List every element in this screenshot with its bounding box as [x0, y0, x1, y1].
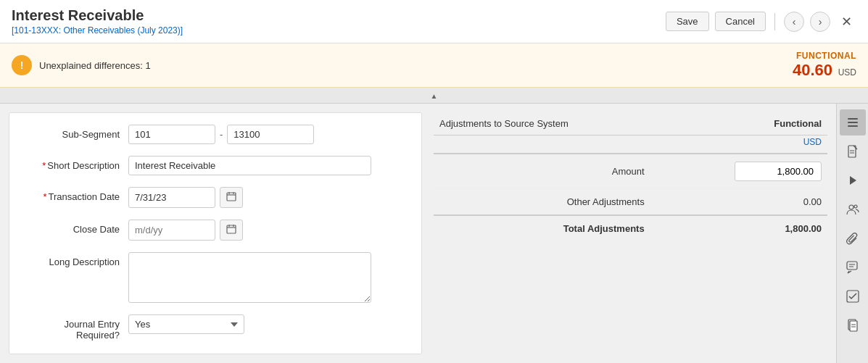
close-date-input[interactable] [128, 220, 215, 241]
calendar-icon-2 [226, 224, 236, 234]
journal-entry-select[interactable]: Yes No [128, 314, 244, 334]
short-description-field [128, 156, 404, 175]
prev-button[interactable]: ‹ [784, 12, 804, 32]
pages-icon [846, 319, 859, 332]
required-star-short-desc: * [42, 160, 46, 171]
arrow-right-icon [846, 174, 859, 187]
sidebar-clip-button[interactable] [840, 225, 866, 251]
svg-rect-10 [848, 125, 858, 127]
transaction-date-input[interactable] [128, 187, 215, 208]
calendar-icon [226, 191, 236, 201]
collapse-bar[interactable]: ▲ [0, 88, 868, 104]
transaction-date-label: *Transaction Date [27, 187, 128, 202]
checklist-icon [846, 290, 859, 303]
svg-rect-4 [227, 225, 236, 233]
functional-amount: 40.60 [793, 61, 832, 79]
subsegment-row: Sub-Segment - [27, 125, 404, 144]
next-button[interactable]: › [810, 12, 830, 32]
adj-header-label: Adjustments to Source System [434, 112, 650, 135]
people-icon [846, 203, 859, 216]
list-icon [846, 116, 859, 129]
short-description-row: *Short Description [27, 156, 404, 175]
warning-right: FUNCTIONAL 40.60 USD [793, 51, 856, 80]
adj-amount-row: Amount [434, 154, 827, 189]
transaction-date-field [128, 187, 404, 208]
adj-amount-label: Amount [434, 154, 650, 189]
main-content: Sub-Segment - *Short Description *Transa… [0, 104, 868, 363]
sidebar-check-button[interactable] [840, 283, 866, 309]
subsegment-field: - [128, 125, 404, 144]
chat-icon [846, 261, 859, 274]
long-description-label: Long Description [27, 252, 128, 267]
journal-entry-row: Journal Entry Required? Yes No [27, 314, 404, 341]
close-date-picker-button[interactable] [220, 220, 243, 241]
cancel-button[interactable]: Cancel [715, 12, 766, 31]
adj-currency-label: USD [650, 135, 827, 154]
page-subtitle: [101-13XXX: Other Receivables (July 2023… [12, 25, 183, 36]
adj-header-row: Adjustments to Source System Functional [434, 112, 827, 135]
warning-banner: ! Unexplained differences: 1 FUNCTIONAL … [0, 43, 868, 88]
doc-icon [846, 145, 859, 158]
long-description-field [128, 252, 404, 303]
page-title: Interest Receivable [12, 7, 183, 24]
journal-entry-field: Yes No [128, 314, 404, 334]
form-panel: Sub-Segment - *Short Description *Transa… [9, 112, 422, 354]
transaction-date-row: *Transaction Date [27, 187, 404, 208]
header-divider [774, 13, 775, 30]
save-button[interactable]: Save [666, 12, 709, 31]
adj-currency-empty [434, 135, 650, 154]
adj-other-row: Other Adjustments 0.00 [434, 189, 827, 216]
adj-other-value: 0.00 [650, 189, 827, 216]
warning-left: ! Unexplained differences: 1 [12, 55, 151, 75]
functional-label: FUNCTIONAL [793, 51, 856, 61]
header-left: Interest Receivable [101-13XXX: Other Re… [12, 7, 183, 36]
svg-rect-0 [227, 193, 236, 201]
adj-header-functional: Functional [650, 112, 827, 135]
close-date-row: Close Date [27, 220, 404, 241]
amount-input[interactable] [735, 162, 822, 181]
sidebar-list-button[interactable] [840, 109, 866, 135]
short-description-label: *Short Description [27, 156, 128, 171]
sidebar-doc-button[interactable] [840, 138, 866, 164]
sidebar-arrow-button[interactable] [840, 167, 866, 193]
subsegment-label: Sub-Segment [27, 125, 128, 140]
collapse-arrow-icon: ▲ [431, 92, 438, 100]
sidebar-pages-button[interactable] [840, 312, 866, 338]
warning-text: Unexplained differences: 1 [39, 60, 151, 71]
short-description-input[interactable] [128, 156, 371, 175]
subsegment-input-2[interactable] [227, 125, 314, 144]
svg-point-16 [854, 205, 857, 208]
dash-separator: - [220, 125, 223, 144]
close-date-field [128, 220, 404, 241]
journal-entry-label: Journal Entry Required? [27, 314, 128, 341]
adj-other-label: Other Adjustments [434, 189, 650, 216]
adjustments-panel: Adjustments to Source System Functional … [422, 104, 836, 363]
adj-total-label: Total Adjustments [434, 215, 650, 241]
svg-rect-9 [848, 122, 858, 123]
subsegment-input-1[interactable] [128, 125, 215, 144]
adj-amount-cell [650, 154, 827, 189]
header-right: Save Cancel ‹ › ✕ [666, 12, 856, 32]
long-description-row: Long Description [27, 252, 404, 303]
functional-currency: USD [838, 67, 856, 78]
close-date-label: Close Date [27, 220, 128, 235]
right-sidebar [836, 104, 868, 363]
svg-point-15 [849, 205, 853, 209]
close-button[interactable]: ✕ [836, 12, 856, 32]
transaction-date-picker-button[interactable] [220, 187, 243, 208]
adj-total-row: Total Adjustments 1,800.00 [434, 215, 827, 241]
warning-icon: ! [12, 55, 32, 75]
svg-rect-22 [850, 321, 857, 331]
svg-rect-8 [848, 118, 858, 120]
paperclip-icon [846, 232, 859, 245]
sidebar-chat-button[interactable] [840, 254, 866, 280]
svg-rect-11 [848, 146, 856, 157]
required-star-date: * [43, 191, 46, 202]
svg-marker-14 [850, 176, 856, 185]
top-header: Interest Receivable [101-13XXX: Other Re… [0, 0, 868, 43]
sidebar-people-button[interactable] [840, 196, 866, 222]
adj-total-value: 1,800.00 [650, 215, 827, 241]
svg-rect-17 [847, 262, 857, 270]
functional-amount-row: 40.60 USD [793, 61, 856, 80]
long-description-textarea[interactable] [128, 252, 371, 303]
